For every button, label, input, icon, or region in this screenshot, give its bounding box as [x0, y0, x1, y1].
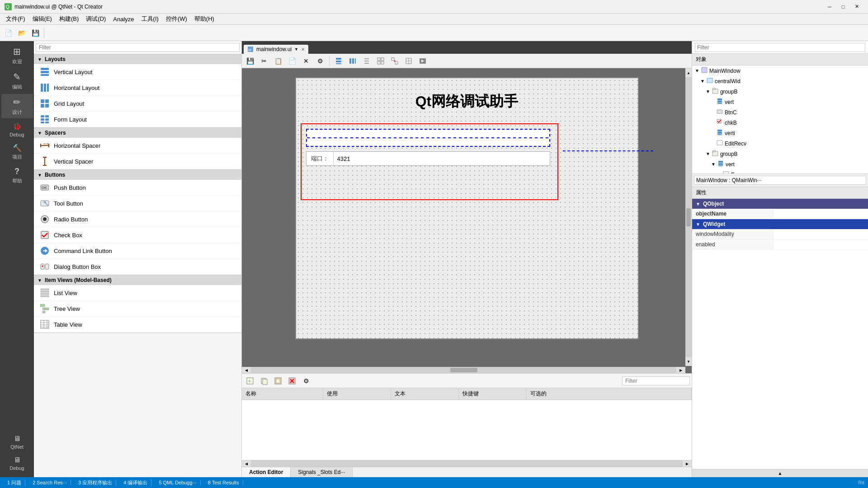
widget-filter-input[interactable] [36, 43, 240, 52]
designer-layout-h[interactable] [346, 55, 359, 67]
designer-settings[interactable]: ⚙ [314, 55, 326, 67]
tree-item-chkb[interactable]: chkB [692, 117, 868, 128]
close-button[interactable]: ✕ [850, 2, 863, 11]
category-buttons-header[interactable]: ▼ Buttons [34, 170, 241, 180]
prop-value-windowmodality[interactable] [774, 229, 868, 239]
widget-item-dialog-button-box[interactable]: Dialog Button Box [34, 259, 241, 275]
tree-item-centralwid[interactable]: ▼ centralWid [692, 76, 868, 86]
designer-paste[interactable]: 📄 [286, 55, 298, 67]
designer-cut[interactable]: ✂ [258, 55, 270, 67]
widget-item-check-box[interactable]: Check Box [34, 227, 241, 243]
menu-item-analyze[interactable]: Analyze [109, 15, 137, 23]
maximize-button[interactable]: □ [836, 2, 850, 11]
table-scroll-left[interactable]: ◀ [242, 460, 251, 467]
groupb2-arrow[interactable]: ▼ [706, 151, 710, 156]
scroll-right[interactable]: ▶ [676, 367, 685, 373]
qwidget-section-header[interactable]: ▼ QWidget [692, 219, 868, 229]
red-container[interactable]: 端口： [301, 123, 558, 200]
tab-close-btn[interactable]: ✕ [301, 47, 305, 52]
designer-preview[interactable] [416, 55, 429, 67]
tree-item-e[interactable]: E [692, 169, 868, 174]
widget-item-command-link-button[interactable]: Command Link Button [34, 243, 241, 259]
canvas-hscrollbar[interactable]: ◀ ▶ [242, 367, 685, 373]
action-delete[interactable] [286, 375, 298, 387]
widget-item-tree-view[interactable]: Tree View [34, 301, 241, 317]
text-edit-widget[interactable] [306, 129, 550, 147]
widget-item-push-button[interactable]: OK Push Button [34, 180, 241, 196]
minimize-button[interactable]: ─ [823, 2, 836, 11]
right-filter-input[interactable] [695, 43, 865, 52]
tree-item-vert2[interactable]: ▼ vert [692, 159, 868, 169]
right-panel-scroll-up[interactable]: ▲ [692, 469, 868, 477]
designer-copy[interactable]: 📋 [272, 55, 284, 67]
toolbar-open[interactable]: 📂 [15, 27, 28, 39]
table-scroll-right[interactable]: ▶ [683, 460, 692, 467]
scroll-up[interactable]: ▲ [685, 68, 692, 77]
status-qml-debug[interactable]: 5 QML Debugg··· [155, 480, 200, 485]
tree-item-editrecv[interactable]: EditRecv [692, 138, 868, 149]
action-settings[interactable]: ⚙ [300, 375, 312, 387]
groupb1-arrow[interactable]: ▼ [706, 89, 710, 94]
sidebar-item-edit[interactable]: ✎ 编辑 [1, 69, 33, 93]
widget-item-grid-layout[interactable]: Grid Layout [34, 96, 241, 112]
category-layouts-header[interactable]: ▼ Layouts [34, 54, 241, 64]
menu-item-edit[interactable]: 编辑(E) [29, 14, 56, 24]
designer-delete[interactable]: ✕ [300, 55, 312, 67]
status-test[interactable]: 8 Test Results [204, 480, 243, 485]
toolbar-new[interactable]: 📄 [2, 27, 14, 39]
category-spacers-header[interactable]: ▼ Spacers [34, 128, 241, 138]
designer-adjust-size[interactable] [402, 55, 415, 67]
action-paste[interactable] [272, 375, 284, 387]
port-input[interactable] [333, 152, 550, 165]
centralwid-arrow[interactable]: ▼ [700, 79, 705, 84]
object-context-input[interactable] [694, 176, 866, 185]
menu-item-debug[interactable]: 调试(D) [82, 14, 109, 24]
tree-item-groupb1[interactable]: ▼ groupB [692, 86, 868, 97]
sidebar-item-design[interactable]: ✏ 设计 [1, 94, 33, 118]
canvas-vscrollbar[interactable]: ▲ ▼ [685, 68, 692, 366]
sidebar-item-welcome[interactable]: ⊞ 欢迎 [1, 43, 33, 68]
design-tab-mainwindow[interactable]: ui mainwindow.ui ▼ ✕ [244, 45, 308, 54]
table-hscrollbar[interactable]: ◀ ▶ [242, 460, 692, 467]
sidebar-item-projects[interactable]: 🔨 项目 [1, 141, 33, 163]
toolbar-save[interactable]: 💾 [29, 27, 42, 39]
action-copy[interactable] [258, 375, 270, 387]
menu-item-file[interactable]: 文件(F) [2, 14, 29, 24]
scroll-left[interactable]: ◀ [242, 367, 251, 373]
sidebar-item-debug2[interactable]: 🖥 Debug [1, 453, 33, 474]
prop-value-enabled[interactable] [774, 239, 868, 249]
action-new[interactable]: + [244, 375, 256, 387]
prop-value-objectname[interactable] [774, 209, 868, 219]
menu-item-help[interactable]: 帮助(H) [191, 14, 218, 24]
status-app-output[interactable]: 3 应用程序输出 [75, 479, 116, 486]
tree-item-verti[interactable]: verti [692, 128, 868, 138]
tree-item-groupb2[interactable]: ▼ groupB [692, 149, 868, 159]
menu-item-build[interactable]: 构建(B) [56, 14, 82, 24]
tree-item-btnc[interactable]: BtnC [692, 107, 868, 117]
mainwindow-arrow[interactable]: ▼ [695, 68, 699, 73]
action-filter-input[interactable] [622, 376, 690, 385]
sidebar-item-qtnet[interactable]: 🖥 QtNet [1, 432, 33, 452]
widget-item-horizontal-spacer[interactable]: ⟺ Horizontal Spacer [34, 138, 241, 154]
tab-arrow[interactable]: ▼ [294, 47, 298, 52]
scroll-down[interactable]: ▼ [685, 357, 692, 366]
designer-break-layout[interactable] [388, 55, 401, 67]
tree-item-vert1[interactable]: vert [692, 97, 868, 107]
status-compile[interactable]: 4 编译输出 [120, 479, 151, 486]
widget-item-list-view[interactable]: List View [34, 285, 241, 301]
status-search[interactable]: 2 Search Res··· [29, 480, 71, 485]
tab-action-editor[interactable]: Action Editor [242, 467, 291, 477]
statusbar-right-link[interactable]: Rit [859, 480, 864, 485]
designer-layout-grid[interactable] [374, 55, 387, 67]
sidebar-item-debug[interactable]: 🐞 Debug [1, 119, 33, 140]
widget-item-horizontal-layout[interactable]: Horizontal Layout [34, 80, 241, 96]
widget-item-vertical-layout[interactable]: Vertical Layout [34, 64, 241, 80]
designer-layout-h2[interactable] [360, 55, 373, 67]
widget-item-table-view[interactable]: Table View [34, 317, 241, 333]
status-issues[interactable]: 1 问题 [4, 479, 25, 486]
tab-signals-slots[interactable]: Signals _Slots Ed··· [291, 467, 353, 477]
widget-item-tool-button[interactable]: 🔧 Tool Button [34, 196, 241, 211]
category-item-views-header[interactable]: ▼ Item Views (Model-Based) [34, 275, 241, 285]
menu-item-widgets[interactable]: 控件(W) [162, 14, 191, 24]
designer-layout-v[interactable] [332, 55, 345, 67]
